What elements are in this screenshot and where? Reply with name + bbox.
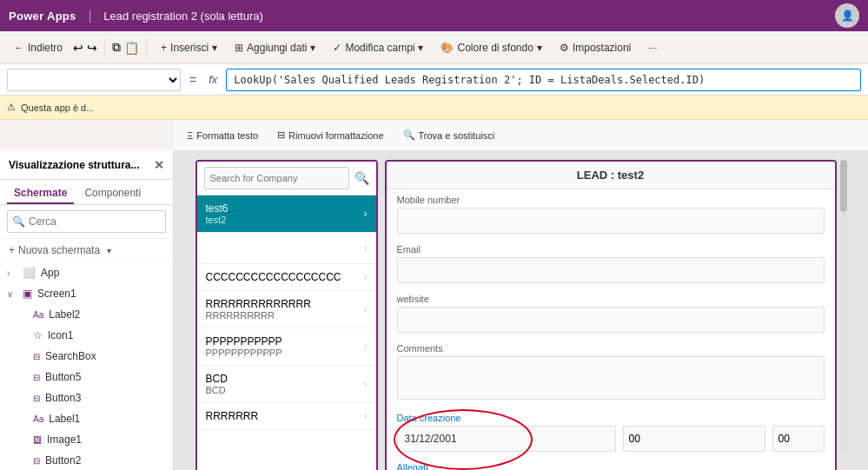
canvas-scroll[interactable]: 🔍 test6 test2 › › <box>174 151 868 470</box>
list-item-main-cccc: CCCCCCCCCCCCCCCCCC <box>206 271 341 283</box>
list-chevron-rrrr2: › <box>364 410 368 422</box>
app-chevron-icon: › <box>7 268 17 278</box>
list-item-sub-rrrr: RRRRRRRRRR <box>206 310 311 321</box>
list-item-rrrr2[interactable]: RRRRRRR › <box>197 403 376 430</box>
find-replace-button[interactable]: 🔍 Trova e sostituisci <box>397 127 501 143</box>
list-item-pppp[interactable]: PPPPPPPPPPP PPPPPPPPPPPP › <box>197 328 376 366</box>
allegati-section: Allegati Non sono presenti allegati. <box>387 457 835 470</box>
button5-icon: ⊟ <box>33 373 40 382</box>
tree-item-button5[interactable]: ⊟ Button5 <box>0 367 173 387</box>
app-title: Lead registration 2 (sola lettura) <box>103 10 263 23</box>
sidebar-title: Visualizzazione struttura... <box>9 159 139 171</box>
app-logo: Power Apps <box>9 10 76 23</box>
component-selector[interactable] <box>7 69 181 91</box>
list-item-sub-pppp: PPPPPPPPPPPP <box>206 348 282 358</box>
insert-chevron-icon: ▾ <box>212 42 217 54</box>
date-creation-label: Data creazione <box>397 413 825 423</box>
add-screen-chevron-icon: ▾ <box>107 246 111 255</box>
tree-item-icon1[interactable]: ☆ Icon1 <box>0 325 173 346</box>
sidebar-close-button[interactable]: ✕ <box>154 158 164 172</box>
date-creation-section: Data creazione <box>387 407 835 457</box>
tree-item-app[interactable]: › ⬜ App <box>0 262 173 283</box>
email-input[interactable] <box>397 257 825 283</box>
sidebar-search-input[interactable] <box>7 210 166 233</box>
app-icon: ⬜ <box>23 267 36 279</box>
list-item-rrrr[interactable]: RRRRRRRRRRRRRR RRRRRRRRRR › <box>197 291 376 328</box>
tree-item-image1[interactable]: 🖼 Image1 <box>0 429 173 450</box>
label2-label: Label2 <box>49 308 166 321</box>
tree-item-searchbox[interactable]: ⊟ SearchBox <box>0 346 173 367</box>
user-avatar[interactable]: 👤 <box>835 3 859 28</box>
add-screen-button[interactable]: + Nuova schermata ▾ <box>0 239 173 262</box>
formula-input[interactable] <box>226 69 861 91</box>
add-screen-plus-icon: + <box>9 244 15 256</box>
notification-text: Questa app è d... <box>21 103 94 113</box>
searchbox-icon: ⊟ <box>33 352 40 361</box>
field-website: website <box>387 288 835 338</box>
tree-item-button2[interactable]: ⊟ Button2 <box>0 450 173 470</box>
list-item-main-bcd: BCD <box>206 373 228 385</box>
scrollbar[interactable] <box>840 160 847 455</box>
tree-item-label1[interactable]: Aa Label1 <box>0 408 173 429</box>
more-button[interactable]: ··· <box>641 38 664 57</box>
list-item-bcd[interactable]: BCD BCD › <box>197 366 376 403</box>
list-chevron-cccc: › <box>364 271 368 283</box>
time1-input[interactable] <box>623 426 765 452</box>
tab-schermate[interactable]: Schermate <box>7 183 74 204</box>
insert-plus-icon: + <box>161 42 167 54</box>
website-label: website <box>397 294 825 304</box>
sidebar-tabs: Schermate Componenti <box>0 180 173 205</box>
comments-textarea[interactable] <box>397 356 825 400</box>
phone-search-bar: 🔍 <box>197 162 376 195</box>
tab-componenti[interactable]: Componenti <box>77 183 148 204</box>
website-input[interactable] <box>397 307 825 333</box>
copy-icon[interactable]: ⧉ <box>112 40 121 55</box>
button2-icon: ⊟ <box>33 456 40 466</box>
button5-label: Button5 <box>45 371 166 383</box>
tree-item-button3[interactable]: ⊟ Button3 <box>0 387 173 408</box>
tree-item-label2[interactable]: Aa Label2 <box>0 304 173 325</box>
equals-sign: = <box>186 73 200 87</box>
formula-bar: = fx <box>0 64 868 96</box>
mobile-input[interactable] <box>397 208 825 234</box>
icon1-icon: ☆ <box>33 329 43 341</box>
format-text-button[interactable]: Ξ Formatta testo <box>181 128 264 143</box>
undo-icon[interactable]: ↩ <box>73 41 83 55</box>
screen1-icon: ▣ <box>23 288 32 300</box>
warning-icon: ⚠ <box>7 102 16 113</box>
sidebar: Visualizzazione struttura... ✕ Schermate… <box>0 151 174 470</box>
list-chevron-0: › <box>364 208 368 220</box>
bg-color-button[interactable]: 🎨 Colore di sfondo ▾ <box>434 38 548 57</box>
tree-container: › ⬜ App ∨ ▣ Screen1 Aa Label2 ☆ Icon1 <box>0 262 173 470</box>
field-comments: Comments <box>387 338 835 407</box>
main-toolbar: ← Indietro ↩ ↪ ⧉ 📋 + Inserisci ▾ ⊞ Aggiu… <box>0 31 868 64</box>
list-item-selected[interactable]: test6 test2 › <box>197 195 376 233</box>
back-button[interactable]: ← Indietro <box>7 38 70 57</box>
date-input[interactable] <box>397 426 616 452</box>
allegati-label: Allegati <box>397 462 825 470</box>
remove-format-button[interactable]: ⊟ Rimuovi formattazione <box>271 127 389 143</box>
image1-label: Image1 <box>47 434 166 446</box>
edit-fields-button[interactable]: ✓ Modifica campi ▾ <box>326 38 430 57</box>
form-panel: LEAD : test2 Mobile number Email website <box>385 160 837 470</box>
tree-item-screen1[interactable]: ∨ ▣ Screen1 <box>0 283 173 304</box>
insert-button[interactable]: + Inserisci ▾ <box>154 38 224 57</box>
redo-icon[interactable]: ↪ <box>87 41 97 55</box>
toolbar-sep-2 <box>146 39 147 56</box>
sidebar-header: Visualizzazione struttura... ✕ <box>0 151 173 180</box>
app-label: App <box>41 267 166 279</box>
check-icon: ✓ <box>333 42 341 54</box>
top-bar-right: 👤 <box>835 3 859 28</box>
notification-bar: ⚠ Questa app è d... <box>0 96 868 120</box>
list-item-cccc[interactable]: CCCCCCCCCCCCCCCCCC › <box>197 264 376 291</box>
settings-button[interactable]: ⚙ Impostazioni <box>553 38 638 57</box>
email-label: Email <box>397 244 825 255</box>
company-search-input[interactable] <box>204 167 349 189</box>
back-icon: ← <box>14 42 24 54</box>
list-item-empty[interactable]: › <box>197 233 376 264</box>
list-item-sub-0: test2 <box>206 215 229 225</box>
add-data-button[interactable]: ⊞ Aggiungi dati ▾ <box>228 38 322 57</box>
time2-input[interactable] <box>772 426 825 452</box>
label2-icon: Aa <box>33 310 43 320</box>
paste-icon[interactable]: 📋 <box>124 41 139 55</box>
